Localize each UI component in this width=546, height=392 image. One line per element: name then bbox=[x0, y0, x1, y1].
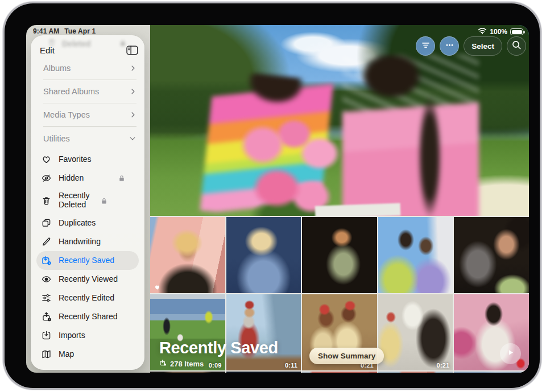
trash-icon bbox=[40, 194, 52, 207]
search-icon bbox=[511, 40, 522, 52]
select-button[interactable]: Select bbox=[464, 36, 502, 56]
sliders-icon bbox=[40, 292, 52, 305]
import-icon bbox=[40, 330, 52, 342]
photo-tile[interactable] bbox=[302, 217, 377, 293]
photo-tile-partial[interactable] bbox=[226, 372, 301, 373]
more-button[interactable] bbox=[440, 36, 459, 56]
pencil-icon bbox=[40, 236, 52, 248]
sidebar-item-duplicates[interactable]: Duplicates bbox=[31, 214, 144, 232]
duplicates-icon bbox=[40, 217, 52, 230]
hero-art-flowers bbox=[223, 110, 365, 216]
share-icon bbox=[40, 311, 52, 323]
page-title: Recently Saved bbox=[159, 339, 278, 357]
lock-icon bbox=[118, 174, 125, 182]
ellipsis-icon bbox=[445, 40, 454, 52]
play-icon bbox=[506, 348, 515, 359]
item-count: 278 Items bbox=[170, 360, 204, 368]
sidebar-item-recently-edited[interactable]: Recently Edited bbox=[31, 289, 144, 307]
status-bar-left: 9:41 AM Tue Apr 1 bbox=[33, 27, 96, 35]
video-duration: 0:21 bbox=[437, 362, 450, 369]
eye-slash-icon bbox=[40, 172, 52, 185]
recently-saved-icon bbox=[159, 359, 167, 368]
video-duration: 0:11 bbox=[285, 362, 297, 369]
sidebar-item-recently-shared[interactable]: Recently Shared bbox=[31, 307, 144, 326]
sidebar-group-albums[interactable]: Albums bbox=[43, 57, 136, 80]
screen: 9:41 AM Tue Apr 1 Deleted Edit bbox=[26, 25, 529, 373]
edit-button[interactable]: Edit bbox=[40, 45, 55, 55]
sidebar-item-handwriting[interactable]: Handwriting bbox=[31, 232, 144, 251]
map-icon bbox=[40, 348, 52, 361]
sidebar-item-recently-saved[interactable]: Recently Saved bbox=[36, 251, 139, 270]
photo-tile[interactable] bbox=[454, 217, 529, 293]
sidebar: 9:41 AM Tue Apr 1 Deleted Edit bbox=[26, 25, 150, 373]
heart-icon bbox=[40, 153, 52, 166]
photo-tile[interactable] bbox=[150, 217, 225, 293]
chevron-right-icon bbox=[130, 87, 136, 95]
battery-icon bbox=[510, 28, 523, 35]
chevron-right-icon bbox=[130, 111, 136, 119]
photo-tile-partial[interactable] bbox=[454, 372, 529, 373]
ipad-frame: 9:41 AM Tue Apr 1 Deleted Edit bbox=[5, 3, 540, 388]
status-bar-right: 100% bbox=[478, 27, 523, 36]
filter-button[interactable] bbox=[416, 36, 435, 56]
sidebar-item-imports[interactable]: Imports bbox=[31, 326, 144, 345]
sidebar-group-shared-albums[interactable]: Shared Albums bbox=[43, 80, 136, 103]
sidebar-item-recently-viewed[interactable]: Recently Viewed bbox=[31, 270, 144, 289]
photo-tile-partial[interactable] bbox=[302, 372, 377, 373]
video-tile[interactable]: 0:21 bbox=[378, 294, 453, 370]
battery-percent: 100% bbox=[490, 28, 507, 36]
status-date: Tue Apr 1 bbox=[64, 27, 96, 35]
favorite-heart-icon bbox=[154, 283, 161, 290]
sidebar-item-favorites[interactable]: Favorites bbox=[31, 150, 144, 169]
lock-icon bbox=[101, 197, 107, 205]
status-time: 9:41 AM bbox=[33, 27, 59, 35]
photo-tile-partial[interactable] bbox=[378, 372, 453, 373]
recently-saved-icon bbox=[40, 255, 52, 267]
photo-tile[interactable] bbox=[378, 217, 453, 293]
wifi-icon bbox=[478, 27, 487, 36]
sidebar-group-media-types[interactable]: Media Types bbox=[43, 103, 136, 127]
hero-caption: Recently Saved 278 Items bbox=[159, 339, 278, 368]
search-button[interactable] bbox=[507, 36, 526, 56]
sidebar-section-utilities[interactable]: Utilities bbox=[31, 127, 144, 150]
sidebar-toggle-icon[interactable] bbox=[126, 44, 139, 56]
sidebar-item-recently-deleted[interactable]: Recently Deleted bbox=[31, 187, 144, 214]
chevron-down-icon bbox=[129, 135, 136, 142]
filter-lines-icon bbox=[421, 40, 431, 52]
photo-tile[interactable] bbox=[226, 217, 301, 293]
photo-tile-partial[interactable] bbox=[150, 372, 225, 373]
main-content: 100% Select Recently Saved bbox=[150, 25, 529, 373]
eye-icon bbox=[40, 273, 52, 286]
sidebar-item-map[interactable]: Map bbox=[31, 345, 144, 364]
play-button[interactable] bbox=[500, 343, 521, 364]
sidebar-panel: Deleted Edit Albums Shared Albums bbox=[31, 35, 144, 370]
sidebar-item-hidden[interactable]: Hidden bbox=[31, 169, 144, 187]
chevron-right-icon bbox=[130, 64, 136, 72]
show-summary-button[interactable]: Show Summary bbox=[309, 348, 384, 364]
